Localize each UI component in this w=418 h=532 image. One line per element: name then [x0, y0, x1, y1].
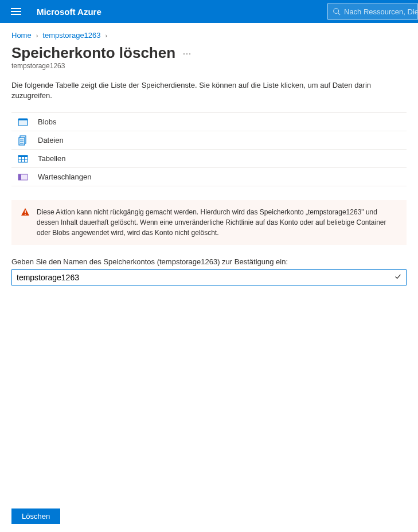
- service-label: Dateien: [34, 136, 64, 144]
- confirm-label: Geben Sie den Namen des Speicherkontos (…: [11, 257, 407, 266]
- hamburger-menu-button[interactable]: [5, 0, 28, 23]
- confirm-input[interactable]: [11, 269, 407, 285]
- svg-rect-10: [18, 155, 28, 157]
- chevron-right-icon: ›: [36, 32, 38, 39]
- confirm-input-wrap: [11, 269, 407, 285]
- page-header: Speicherkonto löschen …: [0, 43, 418, 62]
- warning-text: Diese Aktion kann nicht rückgängig gemac…: [37, 207, 397, 238]
- service-label: Blobs: [34, 118, 57, 126]
- queue-icon: [11, 172, 34, 182]
- chevron-right-icon: ›: [106, 32, 108, 39]
- service-row-queues[interactable]: Warteschlangen: [11, 168, 407, 186]
- svg-rect-15: [18, 174, 21, 180]
- more-actions-button[interactable]: …: [182, 46, 192, 60]
- table-icon: [11, 154, 34, 164]
- svg-rect-17: [25, 214, 26, 215]
- file-icon: [11, 135, 34, 146]
- brand-label: Microsoft Azure: [37, 7, 101, 17]
- service-row-tables[interactable]: Tabellen: [11, 150, 407, 168]
- service-label: Warteschlangen: [34, 173, 91, 181]
- svg-rect-16: [25, 210, 26, 213]
- hamburger-icon: [11, 11, 21, 12]
- svg-rect-3: [18, 119, 28, 120]
- blob-icon: [11, 117, 34, 127]
- search-icon: [333, 7, 341, 15]
- breadcrumb-home[interactable]: Home: [11, 31, 32, 40]
- service-row-blobs[interactable]: Blobs: [11, 113, 407, 131]
- service-row-files[interactable]: Dateien: [11, 131, 407, 150]
- check-icon: [394, 273, 402, 283]
- delete-button[interactable]: Löschen: [11, 508, 60, 524]
- service-label: Tabellen: [34, 154, 65, 163]
- svg-point-0: [334, 9, 339, 14]
- warning-icon: [21, 208, 30, 238]
- search-input[interactable]: Nach Ressourcen, Diens: [327, 3, 418, 20]
- topbar: Microsoft Azure Nach Ressourcen, Diens: [0, 0, 418, 23]
- svg-line-1: [338, 13, 341, 15]
- warning-box: Diese Aktion kann nicht rückgängig gemac…: [11, 200, 407, 245]
- footer: Löschen: [11, 508, 60, 524]
- page-title: Speicherkonto löschen: [11, 44, 175, 62]
- breadcrumb-item[interactable]: tempstorage1263: [42, 31, 100, 40]
- intro-text: Die folgende Tabelle zeigt die Liste der…: [11, 80, 407, 101]
- service-list: Blobs Dateien Tabellen Warteschlangen: [11, 112, 407, 186]
- page-subtitle: tempstorage1263: [0, 62, 418, 80]
- breadcrumb: Home › tempstorage1263 ›: [0, 23, 418, 43]
- search-placeholder: Nach Ressourcen, Diens: [344, 7, 418, 16]
